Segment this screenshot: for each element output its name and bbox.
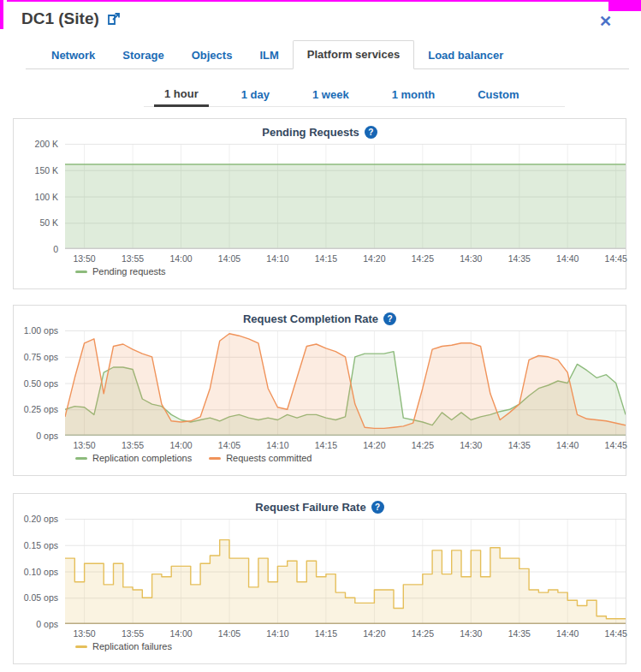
x-tick-label: 14:30 bbox=[460, 253, 482, 264]
y-tick-label: 0 ops bbox=[14, 431, 58, 441]
x-tick-label: 14:25 bbox=[412, 253, 434, 264]
x-tick-label: 14:00 bbox=[169, 440, 192, 450]
tab-network[interactable]: Network bbox=[38, 42, 109, 69]
x-tick-label: 14:20 bbox=[363, 253, 385, 264]
x-tick-label: 13:55 bbox=[122, 253, 144, 264]
chart-title: Request Completion Rate bbox=[243, 312, 378, 325]
chart-plot-svg bbox=[65, 330, 626, 436]
site-detail-panel: DC1 (Site) ✕ NetworkStorageObjectsILMPla… bbox=[0, 0, 641, 672]
chart-plot-svg bbox=[65, 519, 626, 624]
chart-title: Request Failure Rate bbox=[255, 501, 365, 514]
x-axis-labels: 13:5013:5514:0014:0514:1014:1514:2014:25… bbox=[14, 440, 626, 452]
x-tick-label: 13:50 bbox=[73, 253, 95, 264]
legend-item-replication-failures[interactable]: Replication failures bbox=[75, 641, 172, 651]
legend-label: Pending requests bbox=[92, 266, 166, 277]
external-link-icon[interactable] bbox=[107, 12, 121, 26]
x-tick-label: 13:50 bbox=[73, 628, 95, 639]
legend-swatch-icon bbox=[75, 457, 87, 460]
x-tick-label: 14:05 bbox=[218, 628, 240, 639]
x-tick-label: 14:15 bbox=[315, 440, 337, 450]
tab-objects[interactable]: Objects bbox=[178, 42, 246, 69]
x-tick-label: 14:45 bbox=[605, 628, 627, 639]
y-tick-label: 0 bbox=[14, 244, 58, 254]
x-tick-label: 14:05 bbox=[218, 440, 240, 450]
x-tick-label: 14:20 bbox=[363, 440, 385, 450]
legend-item-pending-requests[interactable]: Pending requests bbox=[75, 266, 166, 277]
chart-plot bbox=[65, 330, 626, 436]
y-tick-label: 0 ops bbox=[14, 619, 58, 629]
legend-swatch-icon bbox=[209, 457, 221, 460]
time-tab-1-week[interactable]: 1 week bbox=[302, 81, 359, 107]
x-tick-label: 14:15 bbox=[315, 253, 337, 264]
chart-plot bbox=[65, 144, 626, 249]
chart-legend: Replication completionsRequests committe… bbox=[75, 453, 312, 463]
legend-swatch-icon bbox=[75, 271, 87, 273]
y-tick-label: 0.75 ops bbox=[14, 352, 58, 362]
y-tick-label: 150 K bbox=[14, 165, 58, 175]
x-tick-label: 13:50 bbox=[73, 440, 95, 450]
main-tabbar: NetworkStorageObjectsILMPlatform service… bbox=[26, 40, 629, 69]
y-tick-label: 100 K bbox=[14, 192, 58, 202]
x-tick-label: 14:30 bbox=[460, 628, 482, 639]
legend-label: Replication failures bbox=[92, 641, 172, 651]
x-tick-label: 14:00 bbox=[169, 253, 192, 264]
tab-load-balancer[interactable]: Load balancer bbox=[414, 42, 517, 69]
close-button[interactable]: ✕ bbox=[594, 13, 617, 30]
x-tick-label: 14:10 bbox=[266, 440, 288, 450]
annotation-bar-top bbox=[7, 0, 641, 2]
x-tick-label: 14:25 bbox=[412, 628, 434, 639]
y-tick-label: 50 K bbox=[14, 217, 58, 228]
tab-ilm[interactable]: ILM bbox=[246, 42, 292, 69]
tab-platform-services[interactable]: Platform services bbox=[293, 40, 414, 69]
annotation-block-top-right bbox=[608, 0, 641, 11]
x-tick-label: 14:15 bbox=[315, 628, 337, 639]
chart-title: Pending Requests bbox=[262, 126, 359, 139]
x-tick-label: 14:30 bbox=[460, 440, 482, 450]
help-icon[interactable]: ? bbox=[383, 312, 396, 325]
x-axis-labels: 13:5013:5514:0014:0514:1014:1514:2014:25… bbox=[14, 628, 626, 640]
x-tick-label: 14:00 bbox=[169, 628, 192, 639]
chart-legend: Replication failures bbox=[75, 641, 172, 651]
x-tick-label: 14:20 bbox=[363, 628, 385, 639]
chart-title-row: Request Failure Rate ? bbox=[14, 501, 626, 514]
time-tab-1-day[interactable]: 1 day bbox=[231, 81, 280, 107]
y-tick-label: 0.10 ops bbox=[14, 567, 58, 577]
help-icon[interactable]: ? bbox=[365, 126, 377, 139]
y-tick-label: 0.20 ops bbox=[14, 514, 58, 524]
x-tick-label: 14:25 bbox=[412, 440, 434, 450]
help-icon[interactable]: ? bbox=[371, 501, 384, 514]
x-tick-label: 14:35 bbox=[508, 440, 531, 450]
legend-item-replication-completions[interactable]: Replication completions bbox=[75, 453, 192, 463]
x-tick-label: 14:40 bbox=[556, 628, 579, 639]
x-tick-label: 14:10 bbox=[266, 253, 288, 264]
panel-header: DC1 (Site) bbox=[21, 9, 121, 28]
time-tab-1-hour[interactable]: 1 hour bbox=[154, 80, 209, 107]
legend-label: Requests committed bbox=[226, 453, 312, 463]
page-title: DC1 (Site) bbox=[21, 9, 99, 28]
x-tick-label: 14:40 bbox=[556, 440, 579, 450]
x-axis-labels: 13:5013:5514:0014:0514:1014:1514:2014:25… bbox=[14, 253, 626, 265]
y-tick-label: 0.05 ops bbox=[14, 592, 58, 603]
x-tick-label: 13:55 bbox=[122, 628, 144, 639]
x-tick-label: 14:40 bbox=[556, 253, 579, 264]
y-tick-label: 200 K bbox=[14, 139, 58, 149]
time-tab-custom[interactable]: Custom bbox=[467, 81, 529, 107]
x-tick-label: 14:45 bbox=[605, 253, 627, 264]
x-tick-label: 13:55 bbox=[122, 440, 144, 450]
x-tick-label: 14:35 bbox=[508, 253, 531, 264]
annotation-bar-left bbox=[0, 0, 3, 29]
y-tick-label: 0.25 ops bbox=[14, 404, 58, 414]
chart-card-request-failure-rate: Request Failure Rate ? 0 ops0.05 ops0.10… bbox=[13, 493, 626, 664]
y-tick-label: 0.15 ops bbox=[14, 540, 58, 550]
time-tab-1-month[interactable]: 1 month bbox=[382, 81, 446, 107]
legend-item-requests-committed[interactable]: Requests committed bbox=[209, 453, 312, 463]
x-tick-label: 14:05 bbox=[218, 253, 240, 264]
time-range-tabbar: 1 hour1 day1 week1 monthCustom bbox=[144, 79, 565, 107]
y-tick-label: 1.00 ops bbox=[14, 325, 58, 336]
x-tick-label: 14:10 bbox=[266, 628, 288, 639]
chart-plot-svg bbox=[65, 144, 626, 249]
chart-card-request-completion-rate: Request Completion Rate ? 0 ops0.25 ops0… bbox=[13, 305, 626, 476]
chart-title-row: Pending Requests ? bbox=[14, 126, 626, 139]
legend-label: Replication completions bbox=[92, 453, 192, 463]
tab-storage[interactable]: Storage bbox=[109, 42, 177, 69]
